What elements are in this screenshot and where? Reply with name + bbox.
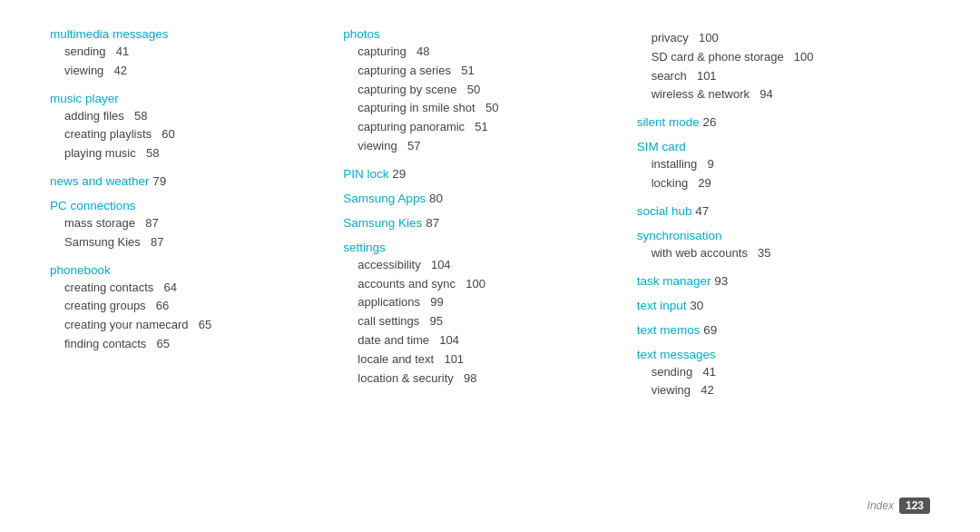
index-entry: Samsung Apps 80 <box>343 192 618 205</box>
sub-page: 104 <box>425 256 451 275</box>
sub-entry: date and time 104 <box>358 331 618 350</box>
footer: Index 123 <box>867 498 930 514</box>
sub-page: 50 <box>479 99 499 118</box>
index-entry: PIN lock 29 <box>343 167 618 181</box>
sub-label: privacy <box>652 29 689 48</box>
index-entry: text input 30 <box>637 299 912 312</box>
entry-heading: Samsung Apps 80 <box>343 192 618 205</box>
sub-page: 48 <box>410 43 430 62</box>
entry-heading: multimedia messages <box>50 27 325 41</box>
sub-page: 35 <box>751 244 771 263</box>
sub-page: 94 <box>753 85 773 104</box>
sub-page: 87 <box>139 214 159 233</box>
sub-entries: with web accounts 35 <box>637 244 912 263</box>
sub-label: viewing <box>64 62 103 81</box>
sub-page: 100 <box>459 275 485 294</box>
sub-page: 101 <box>437 350 464 369</box>
sub-page: 98 <box>457 369 477 389</box>
entry-heading: task manager 93 <box>637 274 912 288</box>
sub-label: location & security <box>358 369 454 389</box>
sub-entries: adding files 58creating playlists 60play… <box>50 107 325 163</box>
sub-entry: locale and text 101 <box>358 350 618 369</box>
sub-label: capturing in smile shot <box>358 99 475 118</box>
sub-entry: creating your namecard 65 <box>64 316 325 335</box>
sub-label: creating playlists <box>64 125 152 144</box>
heading-page: 87 <box>422 216 439 230</box>
index-entry: silent mode 26 <box>637 115 912 129</box>
page-content: multimedia messagessending 41viewing 42m… <box>0 0 980 532</box>
sub-page: 66 <box>150 297 170 316</box>
sub-entries: installing 9locking 29 <box>637 155 912 193</box>
sub-label: sending <box>652 363 693 382</box>
index-entry: photoscapturing 48capturing a series 51c… <box>343 27 618 156</box>
sub-label: applications <box>358 293 420 312</box>
sub-label: call settings <box>358 312 419 331</box>
sub-entries: capturing 48capturing a series 51capturi… <box>343 43 618 156</box>
sub-entry: playing music 58 <box>64 144 325 163</box>
entry-heading: SIM card <box>637 140 912 153</box>
sub-entries: creating contacts 64creating groups 66cr… <box>50 279 325 354</box>
sub-label: capturing a series <box>358 62 451 81</box>
sub-entries: mass storage 87Samsung Kies 87 <box>50 214 325 252</box>
sub-entry: call settings 95 <box>358 312 618 331</box>
sub-entry: viewing 57 <box>358 137 618 156</box>
index-entry: synchronisationwith web accounts 35 <box>637 229 912 263</box>
sub-entry: mass storage 87 <box>64 214 325 233</box>
sub-entry: finding contacts 65 <box>64 335 325 354</box>
sub-page: 42 <box>107 62 127 81</box>
sub-entry: capturing a series 51 <box>358 62 618 81</box>
sub-entry: viewing 42 <box>652 381 912 400</box>
index-entry: PC connectionsmass storage 87Samsung Kie… <box>50 199 325 252</box>
sub-label: locale and text <box>358 350 434 369</box>
sub-label: accounts and sync <box>358 275 456 294</box>
sub-page: 51 <box>468 118 488 137</box>
sub-label: viewing <box>358 137 397 156</box>
entry-heading: synchronisation <box>637 229 912 242</box>
sub-label: adding files <box>64 107 124 126</box>
column-1: multimedia messagessending 41viewing 42m… <box>50 27 343 505</box>
sub-label: capturing by scene <box>358 81 456 100</box>
sub-entry: creating groups 66 <box>64 297 325 316</box>
index-entry: music playeradding files 58creating play… <box>50 92 325 163</box>
heading-page: 26 <box>700 115 717 129</box>
entry-heading: photos <box>343 27 618 41</box>
sub-page: 42 <box>694 381 714 400</box>
sub-page: 65 <box>192 316 212 335</box>
footer-page: 123 <box>899 498 930 514</box>
index-entry: text memos 69 <box>637 323 912 337</box>
sub-entry: installing 9 <box>652 155 912 174</box>
index-entry: phonebookcreating contacts 64creating gr… <box>50 263 325 354</box>
sub-entry: capturing in smile shot 50 <box>358 99 618 118</box>
entry-heading: text memos 69 <box>637 323 912 337</box>
sub-page: 50 <box>460 81 480 100</box>
sub-entry: with web accounts 35 <box>652 244 912 263</box>
sub-label: wireless & network <box>652 85 750 104</box>
sub-entry: location & security 98 <box>358 369 618 389</box>
sub-page: 64 <box>157 279 177 298</box>
entry-heading: text input 30 <box>637 299 912 312</box>
heading-page: 69 <box>700 323 717 337</box>
sub-page: 57 <box>401 137 421 156</box>
sub-label: installing <box>652 155 698 174</box>
heading-page: 79 <box>150 174 167 188</box>
entry-heading: silent mode 26 <box>637 115 912 129</box>
sub-label: search <box>652 67 687 86</box>
sub-entries: accessibility 104accounts and sync 100ap… <box>343 256 618 389</box>
sub-entries: sending 41viewing 42 <box>637 363 912 401</box>
index-entry: settingsaccessibility 104accounts and sy… <box>343 241 618 389</box>
sub-entry: sending 41 <box>652 363 912 382</box>
index-entry: task manager 93 <box>637 274 912 288</box>
sub-label: sending <box>64 43 106 62</box>
index-entry: Samsung Kies 87 <box>343 216 618 230</box>
index-entry: multimedia messagessending 41viewing 42 <box>50 27 325 81</box>
sub-page: 41 <box>110 43 130 62</box>
sub-entry: accounts and sync 100 <box>358 275 618 294</box>
sub-page: 58 <box>140 144 160 163</box>
sub-page: 9 <box>701 155 713 174</box>
sub-entry: applications 99 <box>358 293 618 312</box>
sub-entry: wireless & network 94 <box>652 85 912 104</box>
index-entry: news and weather 79 <box>50 174 325 188</box>
footer-label: Index <box>867 499 894 512</box>
sub-entry: adding files 58 <box>64 107 325 126</box>
heading-page: 93 <box>710 274 728 288</box>
